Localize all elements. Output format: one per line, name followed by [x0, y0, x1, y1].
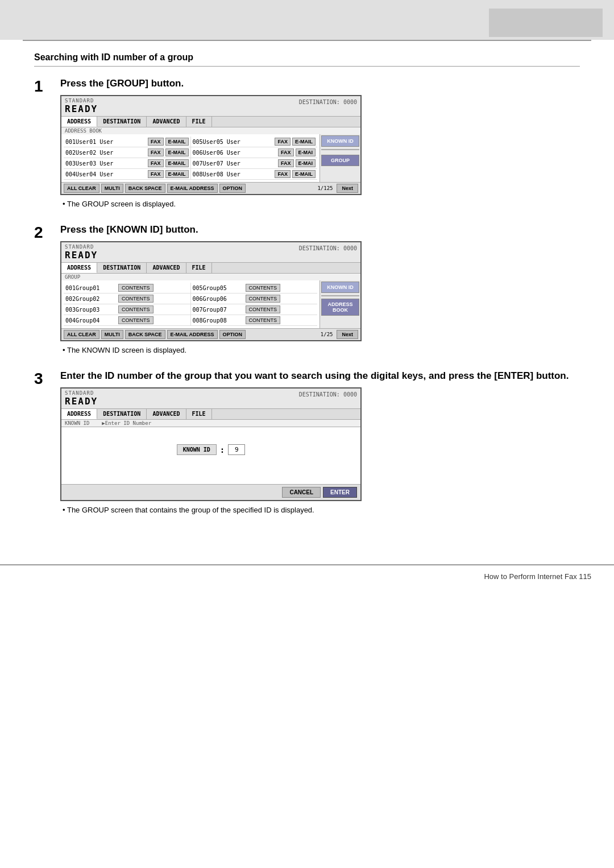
tab-advanced-2[interactable]: ADVANCED — [147, 263, 186, 273]
user-name-004: 004User04 User — [65, 171, 146, 177]
tab-advanced-1[interactable]: ADVANCED — [147, 117, 186, 127]
email-address-btn-1[interactable]: E-MAIL ADDRESS — [167, 184, 218, 193]
group-row-003: 003Group03 CONTENTS — [64, 304, 190, 315]
known-id-value[interactable]: 9 — [228, 444, 245, 455]
tab-file-2[interactable]: FILE — [186, 263, 212, 273]
step-1: 1 Press the [GROUP] button. STANDARD REA… — [34, 78, 580, 208]
user-row-004: 004User04 User FAX E-MAIL — [64, 169, 190, 180]
fax-btn-007[interactable]: FAX — [278, 159, 294, 167]
tab-file-3[interactable]: FILE — [186, 409, 212, 419]
contents-btn-007[interactable]: CONTENTS — [246, 305, 281, 313]
tab-address-1[interactable]: ADDRESS — [61, 117, 97, 127]
divider-2 — [321, 295, 359, 296]
screen-3: STANDARD READY DESTINATION: 0000 ADDRESS… — [60, 387, 362, 501]
known-id-input-row: KNOWN ID : 9 — [177, 444, 246, 455]
screen-2-sub-label: GROUP — [61, 274, 360, 280]
screen-1-two-col: 001User01 User FAX E-MAIL 002User02 User… — [64, 137, 317, 180]
fax-btn-002[interactable]: FAX — [148, 148, 164, 156]
contents-btn-001[interactable]: CONTENTS — [118, 284, 154, 292]
screen-2-col-right: 005Group05 CONTENTS 006Group06 CONTENTS … — [191, 283, 318, 326]
option-btn-2[interactable]: OPTION — [219, 330, 246, 339]
user-row-007: 007User07 User FAX E-MAI — [191, 158, 318, 169]
step-2-title: Press the [KNOWN ID] button. — [60, 224, 580, 235]
screen-1-sub-label: ADDRESS BOOK — [61, 127, 360, 134]
screen-1-standard: STANDARD — [65, 98, 98, 104]
all-clear-btn-1[interactable]: ALL CLEAR — [64, 184, 99, 193]
next-btn-2[interactable]: Next — [337, 330, 358, 339]
address-book-btn-2[interactable]: ADDRESS BOOK — [321, 299, 359, 316]
next-btn-1[interactable]: Next — [337, 184, 358, 193]
contents-btn-002[interactable]: CONTENTS — [118, 295, 154, 303]
backspace-btn-1[interactable]: BACK SPACE — [125, 184, 165, 193]
email-btn-007[interactable]: E-MAI — [296, 159, 316, 167]
contents-btn-003[interactable]: CONTENTS — [118, 305, 154, 313]
email-btn-001[interactable]: E-MAIL — [165, 138, 189, 146]
email-btn-004[interactable]: E-MAIL — [165, 170, 189, 178]
group-row-005: 005Group05 CONTENTS — [191, 283, 318, 294]
fax-btn-004[interactable]: FAX — [148, 170, 164, 178]
fax-btn-006[interactable]: FAX — [278, 148, 294, 156]
fax-btn-003[interactable]: FAX — [148, 159, 164, 167]
fax-btn-001[interactable]: FAX — [148, 138, 164, 146]
user-row-008: 008User08 User FAX E-MAIL — [191, 169, 318, 180]
fax-btn-005[interactable]: FAX — [275, 138, 291, 146]
screen-1-footer: ALL CLEAR MULTI BACK SPACE E-MAIL ADDRES… — [61, 182, 360, 194]
group-name-006: 006Group06 — [193, 296, 244, 302]
group-name-008: 008Group08 — [193, 317, 244, 324]
screen-3-body: KNOWN ID : 9 — [61, 427, 360, 484]
step-2: 2 Press the [KNOWN ID] button. STANDARD … — [34, 224, 580, 354]
step-3-number: 3 — [34, 370, 55, 388]
contents-btn-006[interactable]: CONTENTS — [246, 295, 281, 303]
screen-1-destination: DESTINATION: 0000 — [299, 99, 357, 105]
email-btn-008[interactable]: E-MAIL — [292, 170, 316, 178]
known-id-btn-2[interactable]: KNOWN ID — [321, 282, 359, 293]
bottom-bar: How to Perform Internet Fax 115 — [0, 564, 614, 588]
contents-btn-008[interactable]: CONTENTS — [246, 316, 281, 324]
section-heading: Searching with ID number of a group — [34, 52, 580, 67]
cancel-btn-3[interactable]: CANCEL — [282, 487, 321, 498]
all-clear-btn-2[interactable]: ALL CLEAR — [64, 330, 99, 339]
user-name-003: 003User03 User — [65, 160, 146, 167]
tab-file-1[interactable]: FILE — [186, 117, 212, 127]
multi-btn-2[interactable]: MULTI — [101, 330, 123, 339]
email-btn-003[interactable]: E-MAIL — [165, 159, 189, 167]
screen-2-col-left: 001Group01 CONTENTS 002Group02 CONTENTS … — [64, 283, 191, 326]
known-id-btn-1[interactable]: KNOWN ID — [321, 135, 359, 147]
group-row-008: 008Group08 CONTENTS — [191, 315, 318, 326]
email-address-btn-2[interactable]: E-MAIL ADDRESS — [167, 330, 218, 339]
tab-address-3[interactable]: ADDRESS — [61, 409, 97, 419]
group-row-001: 001Group01 CONTENTS — [64, 283, 190, 294]
group-btn-1[interactable]: GROUP — [321, 155, 359, 166]
user-row-001: 001User01 User FAX E-MAIL — [64, 137, 190, 147]
enter-btn-3[interactable]: ENTER — [323, 487, 357, 498]
screen-1-header-left: STANDARD READY — [65, 98, 98, 114]
screen-3-destination: DESTINATION: 0000 — [299, 391, 357, 398]
known-id-label: KNOWN ID — [177, 444, 217, 455]
screen-2-two-col: 001Group01 CONTENTS 002Group02 CONTENTS … — [64, 283, 317, 326]
fax-btn-008[interactable]: FAX — [275, 170, 291, 178]
screen-3-ready: READY — [65, 396, 98, 407]
group-name-007: 007Group07 — [193, 307, 244, 313]
contents-btn-004[interactable]: CONTENTS — [118, 316, 154, 324]
screen-1-tabs: ADDRESS DESTINATION ADVANCED FILE — [61, 117, 360, 127]
email-btn-005[interactable]: E-MAIL — [292, 138, 316, 146]
tab-destination-2[interactable]: DESTINATION — [97, 263, 147, 273]
multi-btn-1[interactable]: MULTI — [101, 184, 123, 193]
screen-2-ready: READY — [65, 250, 98, 261]
screen-2-header-left: STANDARD READY — [65, 244, 98, 261]
email-btn-002[interactable]: E-MAIL — [165, 148, 189, 156]
screen-2-standard: STANDARD — [65, 244, 98, 250]
backspace-btn-2[interactable]: BACK SPACE — [125, 330, 165, 339]
email-btn-006[interactable]: E-MAI — [296, 148, 316, 156]
contents-btn-005[interactable]: CONTENTS — [246, 284, 281, 292]
tab-advanced-3[interactable]: ADVANCED — [147, 409, 186, 419]
user-name-002: 002User02 User — [65, 150, 146, 156]
group-row-002: 002Group02 CONTENTS — [64, 294, 190, 304]
screen-1-col-right: 005User05 User FAX E-MAIL 006User06 User… — [191, 137, 318, 180]
screen-3-header: STANDARD READY DESTINATION: 0000 — [61, 388, 360, 409]
screen-2: STANDARD READY DESTINATION: 0000 ADDRESS… — [60, 241, 362, 341]
tab-address-2[interactable]: ADDRESS — [61, 263, 97, 273]
tab-destination-3[interactable]: DESTINATION — [97, 409, 147, 419]
tab-destination-1[interactable]: DESTINATION — [97, 117, 147, 127]
option-btn-1[interactable]: OPTION — [219, 184, 246, 193]
